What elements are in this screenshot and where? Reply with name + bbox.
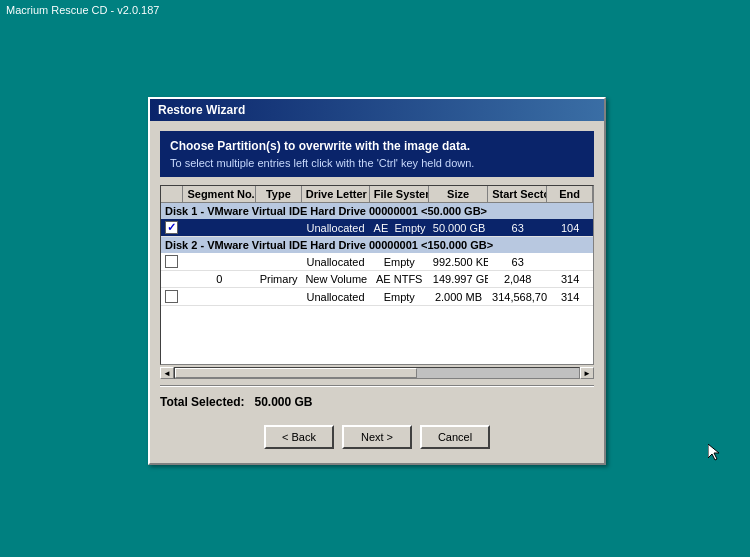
partition-table: Segment No. Type Drive Letter File Syste…	[160, 185, 594, 365]
row4-drive: Unallocated	[301, 289, 369, 305]
disk1-header: Disk 1 - VMware Virtual IDE Hard Drive 0…	[161, 203, 593, 219]
row3-segment: 0	[183, 271, 256, 287]
row4-segment	[183, 295, 256, 299]
restore-wizard-dialog: Restore Wizard Choose Partition(s) to ov…	[148, 97, 606, 465]
th-drive: Drive Letter	[302, 186, 370, 202]
separator	[160, 385, 594, 387]
total-selected-value: 50.000 GB	[254, 395, 312, 409]
dialog-title: Restore Wizard	[158, 103, 245, 117]
next-button[interactable]: Next >	[342, 425, 412, 449]
th-end: End	[547, 186, 593, 202]
th-segment: Segment No.	[183, 186, 256, 202]
row2-end	[547, 260, 593, 264]
checkbox-checked[interactable]: ✓	[165, 221, 178, 234]
table-scroll-area: Disk 1 - VMware Virtual IDE Hard Drive 0…	[161, 203, 593, 355]
row2-start: 63	[488, 254, 547, 270]
row2-size: 992.500 KB	[429, 254, 488, 270]
instruction-title: Choose Partition(s) to overwrite with th…	[170, 139, 584, 153]
row3-type: Primary	[256, 271, 302, 287]
th-type: Type	[256, 186, 302, 202]
window-title: Macrium Rescue CD - v2.0.187	[6, 4, 159, 16]
dialog-body: Choose Partition(s) to overwrite with th…	[150, 121, 604, 463]
row2-checkbox[interactable]	[161, 253, 183, 270]
row1-type	[256, 226, 302, 230]
button-row: < Back Next > Cancel	[160, 419, 594, 453]
row1-fs: AE Empty	[370, 220, 429, 236]
total-selected-label: Total Selected:	[160, 395, 244, 409]
th-start: Start Sector	[488, 186, 547, 202]
row3-start: 2,048	[488, 271, 547, 287]
table-row[interactable]: 0 Primary New Volume (C:) AE NTFS 149.99…	[161, 271, 593, 288]
window-title-bar: Macrium Rescue CD - v2.0.187	[0, 0, 750, 20]
row1-start: 63	[488, 220, 547, 236]
scroll-left-arrow[interactable]: ◄	[160, 367, 174, 379]
th-size: Size	[429, 186, 488, 202]
checkbox-unchecked2[interactable]	[165, 290, 178, 303]
row4-type	[256, 295, 302, 299]
row2-drive: Unallocated	[301, 254, 369, 270]
table-header-row: Segment No. Type Drive Letter File Syste…	[161, 186, 593, 203]
row4-size: 2.000 MB	[429, 289, 488, 305]
row1-end: 104	[547, 220, 593, 236]
instruction-sub: To select multiple entries left click wi…	[170, 157, 584, 169]
row3-drive: New Volume (C:)	[301, 271, 369, 287]
row1-drive: Unallocated	[301, 220, 369, 236]
row1-size: 50.000 GB	[429, 220, 488, 236]
row4-fs: Empty	[370, 289, 429, 305]
mouse-cursor	[708, 444, 720, 462]
row4-end: 314	[547, 289, 593, 305]
row1-checkbox[interactable]: ✓	[161, 219, 183, 236]
cancel-button[interactable]: Cancel	[420, 425, 490, 449]
row2-type	[256, 260, 302, 264]
row3-size: 149.997 GB	[429, 271, 488, 287]
row4-start: 314,568,704	[488, 289, 547, 305]
scroll-track[interactable]	[174, 367, 580, 379]
svg-marker-0	[708, 444, 719, 460]
row3-end: 314	[547, 271, 593, 287]
th-checkbox	[161, 186, 183, 202]
checkmark-icon: ✓	[167, 222, 176, 233]
row3-fs: AE NTFS	[370, 271, 429, 287]
back-button[interactable]: < Back	[264, 425, 334, 449]
table-row[interactable]: Unallocated Empty 992.500 KB 63	[161, 253, 593, 271]
disk2-header: Disk 2 - VMware Virtual IDE Hard Drive 0…	[161, 237, 593, 253]
checkbox-unchecked[interactable]	[165, 255, 178, 268]
instruction-box: Choose Partition(s) to overwrite with th…	[160, 131, 594, 177]
table-row[interactable]: ✓ Unallocated AE Empty 50.000 GB 63 104	[161, 219, 593, 237]
row2-segment	[183, 260, 256, 264]
dialog-title-bar: Restore Wizard	[150, 99, 604, 121]
th-fs: File System	[370, 186, 429, 202]
row4-checkbox[interactable]	[161, 288, 183, 305]
row2-fs: Empty	[370, 254, 429, 270]
horizontal-scrollbar[interactable]: ◄ ►	[160, 367, 594, 379]
row1-segment	[183, 226, 256, 230]
scroll-thumb[interactable]	[175, 368, 417, 378]
total-selected-area: Total Selected: 50.000 GB	[160, 393, 594, 411]
scroll-right-arrow[interactable]: ►	[580, 367, 594, 379]
row3-checkbox	[161, 277, 183, 281]
table-row[interactable]: Unallocated Empty 2.000 MB 314,568,704 3…	[161, 288, 593, 306]
